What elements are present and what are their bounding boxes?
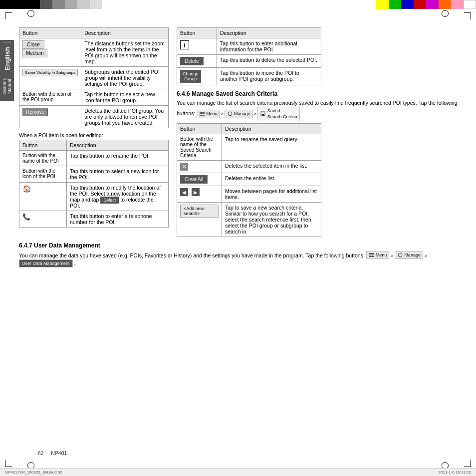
button-cell: Delete — [177, 55, 217, 68]
main-content: Button Description Close Medium The dist… — [19, 27, 466, 461]
description-cell: Tap this button to rename the POI. — [67, 151, 169, 166]
section-647-text: You can manage the data you have saved (… — [19, 251, 466, 268]
nav-button-row: ◀ , ▶ — [180, 188, 219, 196]
button-cell: 📞 — [19, 211, 67, 228]
page-number: 62 — [38, 450, 44, 456]
change-group-button[interactable]: ChangeGroup — [180, 70, 201, 83]
menu-button-inline: Menu — [197, 110, 220, 118]
s646-col1-header: Button — [177, 123, 222, 134]
s646-col2-header: Description — [222, 123, 321, 134]
when-editing-label: When a POI item is open for editing: — [19, 132, 169, 138]
button-cell: ◀ , ▶ — [177, 186, 222, 202]
description-cell: Tap to save a new search criteria. Simil… — [222, 202, 321, 237]
same-visibility-button[interactable]: Same Visibility in Subgroups — [22, 69, 78, 76]
edit-col1-header: Button — [19, 140, 67, 151]
button-cell: i — [177, 38, 217, 55]
button-cell: Button with the icon of the POI — [19, 166, 67, 183]
left-col1-header: Button — [19, 28, 81, 38]
button-cell: Close Medium — [19, 38, 81, 67]
table-row: Button with the name of the Saved Search… — [177, 134, 321, 160]
button-cell: ✕ — [177, 160, 222, 173]
description-cell: Tap this button to delete the selected P… — [217, 55, 321, 68]
table-row: ✕ Deletes the selected item in the list. — [177, 160, 321, 173]
table-row: Close Medium The distance buttons set th… — [19, 38, 169, 67]
prev-page-button[interactable]: ◀ — [180, 188, 188, 196]
side-tab: English Owner'sManual — [0, 40, 14, 101]
table-row: Button with the icon of the POI Tap this… — [19, 166, 169, 183]
saved-search-criteria-box: SavedSearch Criteria — [257, 107, 300, 121]
when-editing-table: Button Description Button with the name … — [19, 140, 169, 228]
reg-circle-tl — [27, 10, 34, 17]
add-new-search-button[interactable]: <Add new search> — [180, 205, 219, 218]
crop-mark-tl — [5, 12, 12, 19]
right-top-table: Button Description i Tap this button to … — [177, 27, 321, 85]
info-icon: i — [180, 40, 189, 49]
button-cell: Remove — [19, 106, 81, 128]
crop-mark-bl — [5, 460, 12, 467]
edit-col2-header: Description — [67, 140, 169, 151]
app-name: NP401 — [51, 450, 67, 456]
delete-button[interactable]: Delete — [180, 57, 204, 65]
description-cell: Tap this button to move the POI to anoth… — [217, 68, 321, 85]
s647-menu-icon — [369, 252, 375, 257]
table-row: i Tap this button to enter additional in… — [177, 38, 321, 55]
table-row: ◀ , ▶ Moves between pages for additional… — [177, 186, 321, 202]
button-cell: Button with the icon of the POI group — [19, 89, 81, 106]
section-646-table: Button Description Button with the name … — [177, 123, 321, 237]
clear-all-button[interactable]: Clear All — [180, 175, 208, 184]
svg-point-3 — [228, 112, 232, 116]
section-646-text: You can manage the list of search criter… — [177, 99, 466, 121]
left-column: Button Description Close Medium The dist… — [19, 27, 169, 237]
remove-button[interactable]: Remove — [22, 108, 48, 116]
nav-separator: , — [189, 189, 191, 195]
description-cell: Deletes the selected item in the list. — [222, 160, 321, 173]
button-cell: Button with the name of the POI — [19, 151, 67, 166]
right-col2-header: Description — [217, 28, 321, 38]
right-column: Button Description i Tap this button to … — [177, 27, 466, 237]
manual-label: Owner'sManual — [2, 74, 12, 99]
description-cell: Tap this button to select a new icon for… — [67, 166, 169, 183]
page-footer: 62 NP401 — [38, 450, 67, 456]
user-data-management-button[interactable]: User Data Management — [19, 259, 73, 268]
button-cell: Clear All — [177, 173, 222, 186]
section-647-heading: 6.4.7 User Data Management — [19, 242, 466, 249]
table-row: Button with the name of the POI Tap this… — [19, 151, 169, 166]
x-delete-icon: ✕ — [180, 163, 188, 171]
button-cell: <Add new search> — [177, 202, 222, 237]
description-cell: Subgroups under the edited POI group wil… — [81, 67, 169, 89]
table-row: Clear All Deletes the entire list. — [177, 173, 321, 186]
home-icon: 🏠 — [22, 185, 31, 193]
right-col1-header: Button — [177, 28, 217, 38]
manage-button-inline: Manage — [225, 110, 253, 118]
left-col2-header: Description — [81, 28, 169, 38]
table-row: Button with the icon of the POI group Ta… — [19, 89, 169, 106]
saved-criteria-inline-nav: Menu > Manage > SavedSearch Criteria . — [197, 107, 302, 121]
crop-mark-br — [464, 460, 471, 467]
description-cell: Tap this button to select a new icon for… — [81, 89, 169, 106]
table-row: ChangeGroup Tap this button to move the … — [177, 68, 321, 85]
svg-point-9 — [398, 253, 402, 257]
save-icon — [260, 111, 266, 116]
description-cell: Tap to rename the saved query. — [222, 134, 321, 160]
footer-bar: NP401 OM_100920_EN.indd 62 2011-1-6 16:1… — [0, 468, 476, 476]
description-cell: Tap this button to enter a telephone num… — [67, 211, 169, 228]
section-646-heading: 6.4.6 Manage Saved Search Criteria — [177, 90, 466, 97]
description-cell: Tap this button to enter additional info… — [217, 38, 321, 55]
close-button[interactable]: Close — [22, 40, 44, 49]
description-cell: Moves between pages for additional list … — [222, 186, 321, 202]
manage-icon — [227, 111, 233, 116]
button-cell: ChangeGroup — [177, 68, 217, 85]
language-label: English — [3, 42, 11, 74]
menu-lines-icon — [199, 111, 205, 116]
phone-icon: 📞 — [22, 213, 30, 221]
svg-rect-5 — [262, 114, 264, 116]
s647-manage-box: Manage — [395, 251, 423, 259]
medium-button[interactable]: Medium — [22, 49, 47, 57]
table-row: Delete Tap this button to delete the sel… — [177, 55, 321, 68]
top-color-bar — [0, 0, 476, 9]
select-button[interactable]: Select — [100, 197, 119, 204]
next-page-button[interactable]: ▶ — [192, 188, 200, 196]
description-cell: The distance buttons set the zoom level … — [81, 38, 169, 67]
s647-manage-icon — [397, 252, 403, 257]
crop-mark-tr — [464, 12, 471, 19]
